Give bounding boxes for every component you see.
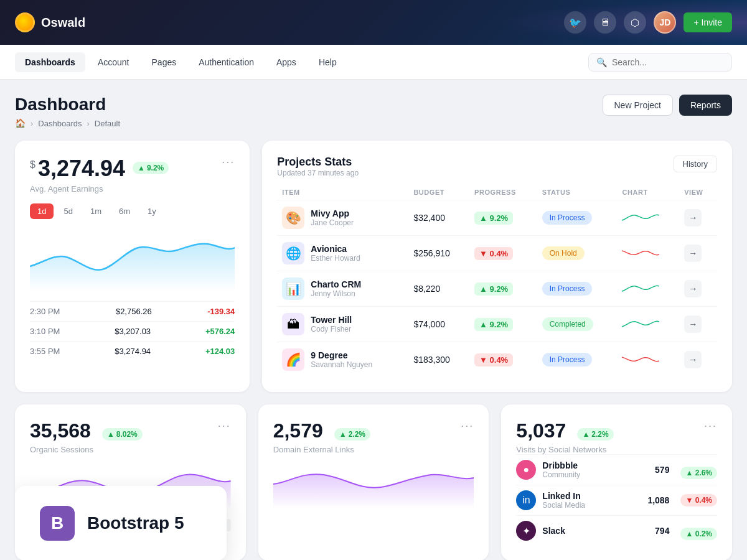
header-actions: 🐦 🖥 ⬡ JD + Invite [564, 11, 732, 34]
nav-help[interactable]: Help [309, 52, 347, 72]
proj-person: Jane Cooper [311, 218, 354, 227]
proj-person: Savannah Nguyen [311, 360, 372, 369]
social-platform-icon: ● [516, 460, 536, 480]
proj-view[interactable]: → [679, 307, 717, 342]
proj-progress: ▲ 9.2% [469, 200, 537, 236]
earnings-value: 3,274.94 [38, 156, 125, 182]
proj-view[interactable]: → [679, 200, 717, 236]
proj-chart [617, 236, 679, 271]
col-item: ITEM [277, 185, 408, 200]
search-bar[interactable]: 🔍 [588, 53, 732, 72]
earnings-badge: ▲ 9.2% [133, 162, 169, 174]
view-arrow-button[interactable]: → [684, 280, 702, 297]
stat-change-3: +124.03 [205, 347, 235, 356]
search-input[interactable] [612, 57, 724, 67]
filter-1y[interactable]: 1y [140, 203, 164, 219]
proj-view[interactable]: → [679, 236, 717, 271]
more-options-organic[interactable]: ··· [218, 419, 231, 454]
nav-apps[interactable]: Apps [266, 52, 306, 72]
view-arrow-button[interactable]: → [684, 351, 702, 368]
table-row: 📊 Charto CRM Jenny Wilson $8,220 ▲ 9.2% … [277, 271, 717, 307]
proj-avatar: 🌐 [282, 242, 304, 264]
domain-label: Domain External Links [273, 445, 370, 454]
nav-authentication[interactable]: Authentication [189, 52, 264, 72]
arrow-up-icon: ▲ [107, 430, 115, 439]
nav-pages[interactable]: Pages [142, 52, 187, 72]
avatar[interactable]: JD [654, 11, 676, 34]
proj-budget: $256,910 [408, 236, 469, 271]
social-item: in Linked In Social Media 1,088 ▼ 0.4% [516, 485, 717, 515]
social-category: Social Media [542, 501, 585, 510]
view-arrow-button[interactable]: → [684, 315, 702, 333]
new-project-button[interactable]: New Project [603, 95, 673, 116]
stat-time-1: 2:30 PM [30, 307, 60, 316]
proj-view[interactable]: → [679, 342, 717, 378]
table-row: 🎨 Mivy App Jane Cooper $32,400 ▲ 9.2% In… [277, 200, 717, 236]
social-platform-name: Linked In [542, 491, 585, 501]
arrow-up-icon: ▲ [138, 164, 145, 172]
proj-item-cell: 🌐 Avionica Esther Howard [277, 236, 408, 271]
organic-sessions-card: 35,568 ▲ 8.02% Organic Sessions ··· [15, 404, 246, 560]
page-actions: New Project Reports [603, 95, 733, 116]
domain-badge: ▲ 2.2% [334, 428, 370, 441]
proj-progress: ▼ 0.4% [469, 342, 537, 378]
breadcrumb-dashboards[interactable]: Dashboards [38, 119, 82, 128]
social-badge: ▼ 0.4% [680, 494, 717, 506]
proj-progress: ▼ 0.4% [469, 236, 537, 271]
stat-row-3: 3:55 PM $3,274.94 +124.03 [30, 341, 235, 361]
arrow-up-icon: ▲ [339, 430, 347, 439]
proj-avatar: 🎨 [282, 207, 304, 229]
social-label: Visits by Social Networks [516, 445, 613, 454]
bootstrap-text: Bootstrap 5 [87, 513, 184, 533]
history-button[interactable]: History [674, 156, 717, 172]
bird-icon[interactable]: 🐦 [564, 11, 586, 34]
cards-row-top: $ 3,274.94 ▲ 9.2% Avg. Agent Earnings ··… [15, 141, 732, 392]
share-icon[interactable]: ⬡ [624, 11, 646, 34]
proj-status: In Process [537, 200, 618, 236]
earnings-stats: 2:30 PM $2,756.26 -139.34 3:10 PM $3,207… [30, 301, 235, 361]
screen-icon[interactable]: 🖥 [594, 11, 616, 34]
proj-person: Esther Howard [311, 254, 360, 263]
stat-val-2: $3,207.03 [115, 327, 151, 336]
filter-5d[interactable]: 5d [56, 203, 80, 219]
col-status: STATUS [537, 185, 618, 200]
earnings-card: $ 3,274.94 ▲ 9.2% Avg. Agent Earnings ··… [15, 141, 250, 392]
filter-1d[interactable]: 1d [30, 203, 54, 219]
proj-name: Avionica [311, 244, 360, 254]
invite-button[interactable]: + Invite [684, 12, 732, 32]
home-icon: 🏠 [15, 118, 26, 128]
proj-avatar: 🌈 [282, 348, 304, 371]
social-platform-name: Slack [542, 526, 565, 536]
breadcrumb-default: Default [95, 119, 120, 128]
reports-button[interactable]: Reports [679, 95, 732, 116]
proj-budget: $8,220 [408, 271, 469, 307]
social-count: 794 [655, 526, 669, 536]
social-category: Community [542, 470, 580, 479]
breadcrumb: 🏠 › Dashboards › Default [15, 118, 120, 128]
nav-account[interactable]: Account [88, 52, 139, 72]
currency-symbol: $ [30, 159, 35, 170]
logo-area: Oswald [15, 12, 85, 32]
proj-status: Completed [537, 307, 618, 342]
proj-budget: $183,300 [408, 342, 469, 378]
filter-6m[interactable]: 6m [111, 203, 138, 219]
more-options-social[interactable]: ··· [704, 419, 717, 454]
proj-view[interactable]: → [679, 271, 717, 307]
filter-1m[interactable]: 1m [83, 203, 109, 219]
col-view: VIEW [679, 185, 717, 200]
col-chart: CHART [617, 185, 679, 200]
more-options-icon[interactable]: ··· [222, 156, 235, 169]
view-arrow-button[interactable]: → [684, 209, 702, 226]
proj-name: Tower Hill [311, 315, 352, 325]
proj-progress: ▲ 9.2% [469, 271, 537, 307]
social-item: ✦ Slack 794 ▲ 0.2% [516, 515, 717, 546]
domain-metric-header: 2,579 ▲ 2.2% [273, 419, 370, 442]
proj-name: Charto CRM [311, 279, 361, 289]
proj-chart [617, 342, 679, 378]
proj-budget: $74,000 [408, 307, 469, 342]
proj-item-cell: 🌈 9 Degree Savannah Nguyen [277, 342, 408, 378]
bottom-row: 35,568 ▲ 8.02% Organic Sessions ··· [15, 404, 732, 560]
view-arrow-button[interactable]: → [684, 245, 702, 262]
nav-dashboards[interactable]: Dashboards [15, 52, 85, 72]
more-options-domain[interactable]: ··· [461, 419, 474, 454]
